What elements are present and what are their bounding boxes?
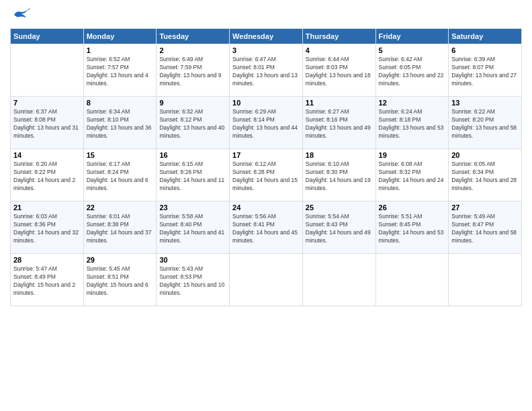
cell-content: Sunrise: 5:45 AMSunset: 8:51 PMDaylight:… [87, 265, 154, 298]
calendar-cell [230, 254, 303, 306]
day-number: 27 [451, 203, 519, 212]
day-number: 1 [87, 46, 154, 54]
cell-content: Sunrise: 6:42 AMSunset: 8:05 PMDaylight:… [379, 56, 446, 88]
day-number: 2 [159, 46, 226, 54]
cell-content: Sunrise: 6:34 AMSunset: 8:10 PMDaylight:… [87, 108, 154, 140]
cell-content: Sunrise: 6:52 AMSunset: 7:57 PMDaylight:… [87, 56, 154, 88]
calendar-cell [375, 254, 449, 306]
day-number: 8 [87, 99, 154, 107]
calendar-cell: 21Sunrise: 6:03 AMSunset: 8:36 PMDayligh… [11, 201, 84, 254]
calendar-cell: 3Sunrise: 6:47 AMSunset: 8:01 PMDaylight… [230, 44, 303, 97]
calendar-cell: 26Sunrise: 5:51 AMSunset: 8:45 PMDayligh… [375, 201, 449, 254]
cell-content: Sunrise: 6:29 AMSunset: 8:14 PMDaylight:… [232, 108, 300, 140]
calendar-cell: 29Sunrise: 5:45 AMSunset: 8:51 PMDayligh… [83, 254, 157, 306]
day-number: 30 [159, 256, 226, 264]
calendar-week-row: 7Sunrise: 6:37 AMSunset: 8:08 PMDaylight… [11, 97, 522, 149]
day-number: 11 [306, 99, 373, 107]
col-header-friday: Friday [375, 29, 449, 44]
calendar-cell: 2Sunrise: 6:49 AMSunset: 7:59 PMDaylight… [157, 44, 230, 97]
cell-content: Sunrise: 6:05 AMSunset: 8:34 PMDaylight:… [451, 161, 519, 193]
calendar-cell: 5Sunrise: 6:42 AMSunset: 8:05 PMDaylight… [375, 44, 449, 97]
calendar-cell: 24Sunrise: 5:56 AMSunset: 8:41 PMDayligh… [230, 201, 303, 254]
calendar-cell: 15Sunrise: 6:17 AMSunset: 8:24 PMDayligh… [83, 149, 157, 201]
calendar-cell [11, 44, 84, 97]
col-header-thursday: Thursday [302, 29, 375, 44]
calendar-cell: 23Sunrise: 5:58 AMSunset: 8:40 PMDayligh… [157, 201, 230, 254]
col-header-sunday: Sunday [11, 29, 84, 44]
day-number: 10 [232, 99, 300, 107]
day-number: 28 [13, 256, 81, 264]
cell-content: Sunrise: 6:47 AMSunset: 8:01 PMDaylight:… [232, 56, 300, 88]
page: SundayMondayTuesdayWednesdayThursdayFrid… [0, 0, 532, 411]
cell-content: Sunrise: 6:37 AMSunset: 8:08 PMDaylight:… [13, 108, 81, 140]
day-number: 9 [159, 99, 226, 107]
day-number: 19 [379, 151, 446, 159]
logo-icon [10, 7, 30, 23]
calendar-cell: 4Sunrise: 6:44 AMSunset: 8:03 PMDaylight… [302, 44, 375, 97]
col-header-monday: Monday [83, 29, 157, 44]
calendar-cell: 19Sunrise: 6:08 AMSunset: 8:32 PMDayligh… [375, 149, 449, 201]
day-number: 13 [451, 99, 519, 107]
cell-content: Sunrise: 6:49 AMSunset: 7:59 PMDaylight:… [159, 56, 226, 88]
cell-content: Sunrise: 5:43 AMSunset: 8:53 PMDaylight:… [159, 265, 226, 298]
calendar-cell: 13Sunrise: 6:22 AMSunset: 8:20 PMDayligh… [449, 97, 522, 149]
cell-content: Sunrise: 6:20 AMSunset: 8:22 PMDaylight:… [13, 161, 81, 193]
calendar-cell: 16Sunrise: 6:15 AMSunset: 8:26 PMDayligh… [157, 149, 230, 201]
cell-content: Sunrise: 6:01 AMSunset: 8:38 PMDaylight:… [87, 213, 154, 245]
day-number: 4 [306, 46, 373, 54]
cell-content: Sunrise: 6:22 AMSunset: 8:20 PMDaylight:… [451, 108, 519, 140]
calendar-cell: 14Sunrise: 6:20 AMSunset: 8:22 PMDayligh… [11, 149, 84, 201]
calendar-header-row: SundayMondayTuesdayWednesdayThursdayFrid… [11, 29, 522, 44]
calendar-cell: 17Sunrise: 6:12 AMSunset: 8:28 PMDayligh… [230, 149, 303, 201]
cell-content: Sunrise: 5:49 AMSunset: 8:47 PMDaylight:… [451, 213, 519, 245]
cell-content: Sunrise: 6:10 AMSunset: 8:30 PMDaylight:… [306, 161, 373, 193]
calendar-week-row: 1Sunrise: 6:52 AMSunset: 7:57 PMDaylight… [11, 44, 522, 97]
calendar-cell: 10Sunrise: 6:29 AMSunset: 8:14 PMDayligh… [230, 97, 303, 149]
day-number: 18 [306, 151, 373, 159]
col-header-saturday: Saturday [449, 29, 522, 44]
cell-content: Sunrise: 6:24 AMSunset: 8:18 PMDaylight:… [379, 108, 446, 140]
day-number: 6 [451, 46, 519, 54]
calendar-cell: 8Sunrise: 6:34 AMSunset: 8:10 PMDaylight… [83, 97, 157, 149]
cell-content: Sunrise: 5:51 AMSunset: 8:45 PMDaylight:… [379, 213, 446, 245]
calendar-table: SundayMondayTuesdayWednesdayThursdayFrid… [10, 28, 522, 306]
cell-content: Sunrise: 5:47 AMSunset: 8:49 PMDaylight:… [13, 265, 81, 298]
cell-content: Sunrise: 6:08 AMSunset: 8:32 PMDaylight:… [379, 161, 446, 193]
logo [10, 7, 33, 23]
cell-content: Sunrise: 6:39 AMSunset: 8:07 PMDaylight:… [451, 56, 519, 88]
calendar-week-row: 28Sunrise: 5:47 AMSunset: 8:49 PMDayligh… [11, 254, 522, 306]
calendar-cell [302, 254, 375, 306]
col-header-tuesday: Tuesday [157, 29, 230, 44]
header [10, 7, 522, 23]
calendar-cell: 18Sunrise: 6:10 AMSunset: 8:30 PMDayligh… [302, 149, 375, 201]
day-number: 16 [159, 151, 226, 159]
day-number: 3 [232, 46, 300, 54]
col-header-wednesday: Wednesday [230, 29, 303, 44]
day-number: 7 [13, 99, 81, 107]
calendar-cell [449, 254, 522, 306]
cell-content: Sunrise: 6:44 AMSunset: 8:03 PMDaylight:… [306, 56, 373, 88]
calendar-cell: 20Sunrise: 6:05 AMSunset: 8:34 PMDayligh… [449, 149, 522, 201]
day-number: 29 [87, 256, 154, 264]
calendar-cell: 6Sunrise: 6:39 AMSunset: 8:07 PMDaylight… [449, 44, 522, 97]
calendar-week-row: 14Sunrise: 6:20 AMSunset: 8:22 PMDayligh… [11, 149, 522, 201]
calendar-cell: 30Sunrise: 5:43 AMSunset: 8:53 PMDayligh… [157, 254, 230, 306]
calendar-cell: 12Sunrise: 6:24 AMSunset: 8:18 PMDayligh… [375, 97, 449, 149]
day-number: 17 [232, 151, 300, 159]
day-number: 14 [13, 151, 81, 159]
calendar-cell: 11Sunrise: 6:27 AMSunset: 8:16 PMDayligh… [302, 97, 375, 149]
cell-content: Sunrise: 6:15 AMSunset: 8:26 PMDaylight:… [159, 161, 226, 193]
calendar-week-row: 21Sunrise: 6:03 AMSunset: 8:36 PMDayligh… [11, 201, 522, 254]
cell-content: Sunrise: 6:27 AMSunset: 8:16 PMDaylight:… [306, 108, 373, 140]
day-number: 26 [379, 203, 446, 212]
day-number: 24 [232, 203, 300, 212]
day-number: 20 [451, 151, 519, 159]
day-number: 21 [13, 203, 81, 212]
cell-content: Sunrise: 6:32 AMSunset: 8:12 PMDaylight:… [159, 108, 226, 140]
calendar-cell: 7Sunrise: 6:37 AMSunset: 8:08 PMDaylight… [11, 97, 84, 149]
day-number: 12 [379, 99, 446, 107]
calendar-cell: 28Sunrise: 5:47 AMSunset: 8:49 PMDayligh… [11, 254, 84, 306]
cell-content: Sunrise: 5:54 AMSunset: 8:43 PMDaylight:… [306, 213, 373, 245]
calendar-cell: 27Sunrise: 5:49 AMSunset: 8:47 PMDayligh… [449, 201, 522, 254]
day-number: 22 [87, 203, 154, 212]
